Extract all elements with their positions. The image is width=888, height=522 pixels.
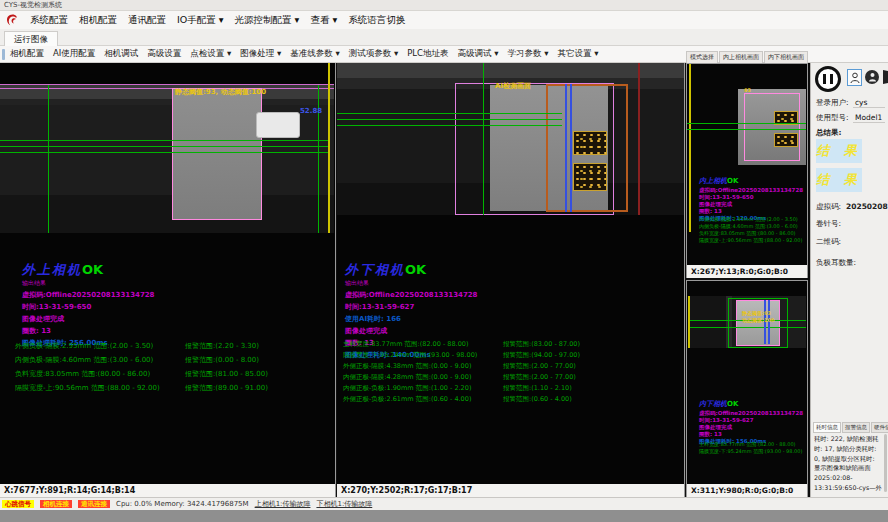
tool-learning-params[interactable]: 学习参数 ▾ — [507, 48, 548, 60]
tool-camera-config[interactable]: 相机配置 — [10, 48, 44, 60]
measure-row: 外侧正极-负极:2.61mm 范围:(0.60 - 4.00) — [343, 395, 471, 404]
app-logo-icon — [5, 13, 19, 27]
middle-camera-subtitle: 输出结果 — [345, 279, 478, 288]
tool-advanced-settings[interactable]: 高级设置 — [147, 48, 181, 60]
left-camera-subtitle: 输出结果 — [22, 279, 155, 288]
tab-inner-lower-view[interactable]: 内下相机画面 — [764, 51, 808, 63]
menu-camera-config[interactable]: 相机配置 — [79, 14, 117, 27]
middle-camera-time: 时间:13-31-59-627 — [345, 302, 478, 312]
log-tab-timing[interactable]: 耗时信息 — [813, 422, 841, 433]
tool-camera-debug[interactable]: 相机调试 — [104, 48, 138, 60]
measure-row: 主料宽度:83.77mm 范围:(82.00 - 88.00) — [343, 340, 468, 349]
result-box-1: 结 果 — [816, 139, 862, 163]
model-value: Model1 — [853, 113, 885, 123]
menu-view[interactable]: 查看 ▾ — [310, 14, 337, 27]
measure-row: 负料宽度:83.05mm 范围:(80.00 - 86.00) — [699, 230, 796, 236]
pin-number-label: 卷针号: — [816, 219, 841, 229]
preview-upper-viewport[interactable]: 93 — [738, 89, 806, 165]
menu-system-config[interactable]: 系统配置 — [30, 14, 68, 27]
camera-connect-badge: 相机连接 — [40, 500, 72, 509]
menu-language-switch[interactable]: 系统语言切换 — [348, 14, 405, 27]
preview-upper-pixel-readout: X:267;Y:13;R:0;G:0;B:0 — [687, 265, 807, 278]
exit-logout-icon[interactable] — [881, 69, 888, 85]
threshold-label: 静态阈值:93, 动态阈值:100 — [175, 87, 266, 97]
heartbeat-badge: 心跳信号 — [2, 500, 34, 509]
result-box-2: 结 果 — [816, 168, 862, 192]
middle-camera-title: 外下相机 — [345, 262, 405, 277]
left-camera-panel: 静态阈值:93, 动态阈值:100 52.88 外上相机OK 输出结果 虚拟码:… — [0, 63, 336, 497]
model-label: 使用型号: — [816, 113, 849, 123]
left-camera-title: 外上相机 — [22, 262, 82, 277]
preview-lower-panel: 静态阈值:93 动态阈值:100 内下相机OK 虚拟码:Offline20250… — [686, 280, 808, 497]
left-camera-viewport[interactable]: 静态阈值:93, 动态阈值:100 52.88 — [0, 85, 334, 233]
user-login-icon[interactable] — [847, 69, 862, 86]
preview-lower-done: 图像处理完成 — [699, 424, 803, 431]
threshold-label: 静态阈值:93 — [742, 310, 771, 316]
tab-strip: 运行图像 — [0, 29, 888, 46]
lower-camera-fault-link[interactable]: 下相机1:传输故障 — [316, 499, 372, 509]
side-panel: 登录用户: cys 使用型号: Model1 总结果: 结 果 结 果 虚拟码:… — [810, 63, 888, 497]
tab-sparkle-region — [573, 163, 607, 191]
tab-run-image[interactable]: 运行图像 — [4, 31, 58, 47]
tool-spotcheck-settings[interactable]: 点检设置 ▾ — [190, 48, 231, 60]
measure-row: 负料宽度:83.05mm 范围:(80.00 - 86.00) — [15, 369, 150, 379]
pause-button[interactable] — [815, 66, 841, 92]
menu-comm-config[interactable]: 通讯配置 — [128, 14, 166, 27]
preview-lower-ok-badge: OK — [727, 400, 738, 408]
menu-io-config[interactable]: IO手配置 ▾ — [177, 14, 224, 27]
measure-row: 主料宽度:83.77mm 范围:(82.00 - 88.00) — [699, 441, 796, 447]
tool-baseline-params[interactable]: 基准线参数 ▾ — [290, 48, 339, 60]
tool-advanced-debug[interactable]: 高级调试 ▾ — [458, 48, 499, 60]
left-camera-ok-badge: OK — [82, 262, 103, 277]
preview-lower-time: 时间:13-31-59-627 — [699, 417, 803, 424]
preview-tab-strip: 模式选择 内上相机画面 内下相机画面 — [686, 51, 808, 63]
tab-mode-select[interactable]: 模式选择 — [686, 51, 718, 63]
connector-feature — [256, 112, 300, 138]
tool-test-params[interactable]: 测试项参数 ▾ — [349, 48, 398, 60]
alarm-range: 报警范围:(81.00 - 85.00) — [185, 369, 268, 379]
bottom-gray-strip — [0, 510, 888, 522]
tool-ai-use-config[interactable]: AI使用配置 — [53, 48, 95, 60]
log-tab-hardware[interactable]: 硬件信息 — [871, 422, 888, 433]
menu-light-config[interactable]: 光源控制配置 ▾ — [235, 14, 300, 27]
measure-row: 隔膜宽度-下:95.24mm 范围:(93.00 - 98.00) — [343, 351, 477, 360]
window-title: CYS-视觉检测系统 — [4, 1, 62, 9]
log-tab-strip: 耗时信息 报警信息 硬件信息 — [813, 422, 888, 433]
comm-connect-badge: 通讯连接 — [78, 500, 110, 509]
middle-camera-viewport[interactable]: AI检测画面 — [337, 63, 684, 215]
tab-inner-upper-view[interactable]: 内上相机画面 — [719, 51, 763, 63]
cpu-memory-readout: Cpu: 0.0% Memory: 3424.41796875M — [116, 500, 249, 508]
preview-upper-turns: 圈数: 13 — [699, 208, 803, 215]
cell-region-overlay — [172, 88, 262, 220]
measure-row: 内侧正极-负极:1.90mm 范围:(1.00 - 2.20) — [343, 384, 471, 393]
left-camera-time: 时间:13-31-59-650 — [22, 302, 155, 312]
log-tab-alarm[interactable]: 报警信息 — [842, 422, 870, 433]
login-user-value: cys — [853, 98, 885, 108]
preview-lower-viewport[interactable]: 静态阈值:93 动态阈值:100 — [688, 296, 806, 348]
left-camera-result-block: 外上相机OK 输出结果 虚拟码:Offline20250208133134728… — [22, 259, 155, 348]
middle-camera-ai-time: 使用AI耗时: 166 — [345, 314, 478, 324]
middle-camera-panel: AI检测画面 外下相机OK 输出结果 虚拟码:Offline2025020813… — [337, 63, 685, 497]
measure-row: 外侧负极-隔膜:2.95mm 范围:(2.00 - 3.50) — [699, 216, 798, 222]
upper-camera-fault-link[interactable]: 上相机1:传输故障 — [255, 499, 311, 509]
measure-row: 隔膜宽度-上:90.56mm 范围:(88.00 - 92.00) — [699, 237, 802, 243]
middle-camera-done: 图像处理完成 — [345, 326, 478, 336]
alarm-range: 报警范围:(2.00 - 77.00) — [503, 362, 576, 371]
barcode-label: 虚拟码: — [816, 202, 841, 212]
menu-bar: 系统配置 相机配置 通讯配置 IO手配置 ▾ 光源控制配置 ▾ 查看 ▾ 系统语… — [0, 11, 888, 29]
alarm-range: 报警范围:(2.20 - 3.30) — [185, 341, 259, 351]
preview-upper-done: 图像处理完成 — [699, 201, 803, 208]
tool-other-settings[interactable]: 其它设置 ▾ — [557, 48, 598, 60]
edge-marker-line — [328, 63, 330, 233]
preview-lower-turns: 圈数: 13 — [699, 431, 803, 438]
alarm-range: 报警范围:(1.10 - 2.10) — [503, 384, 572, 393]
log-scrollbar[interactable] — [884, 434, 887, 492]
measure-row: 内侧正极-隔膜:4.28mm 范围:(0.00 - 9.00) — [343, 373, 471, 382]
tool-plc-address-table[interactable]: PLC地址表 — [407, 48, 448, 60]
preview-upper-code: 虚拟码:Offline20250208133134728 — [699, 187, 803, 194]
alarm-range: 报警范围:(2.00 - 77.00) — [503, 373, 576, 382]
alarm-range: 报警范围:(83.00 - 87.00) — [503, 340, 580, 349]
user-account-icon[interactable] — [865, 70, 879, 84]
login-user-label: 登录用户: — [816, 98, 849, 108]
tool-image-processing[interactable]: 图像处理 ▾ — [240, 48, 281, 60]
